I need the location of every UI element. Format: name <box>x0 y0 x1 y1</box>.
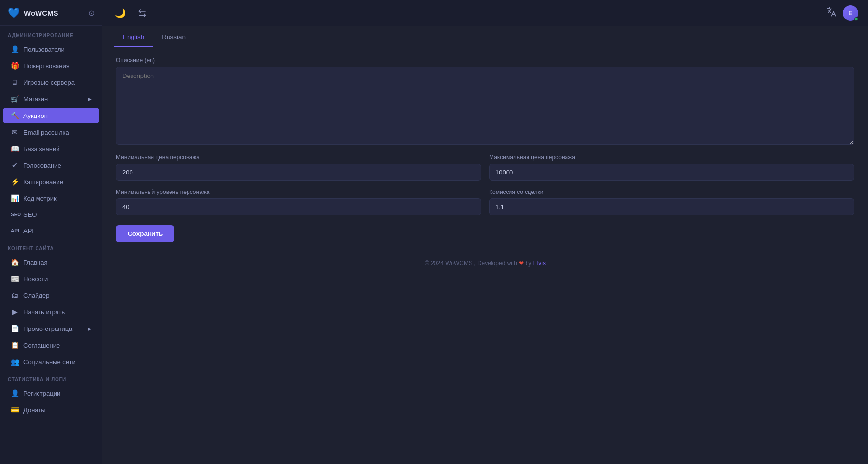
donations-icon: 🎁 <box>11 62 19 70</box>
sidebar-item-api[interactable]: API API <box>3 223 99 238</box>
sidebar-item-label: Пользователи <box>23 46 65 53</box>
shop-icon: 🛒 <box>11 95 19 103</box>
sidebar-item-label: Голосование <box>23 162 61 169</box>
translate-icon[interactable] <box>826 6 837 19</box>
sidebar-item-label: Донаты <box>23 406 46 414</box>
registrations-icon: 👤 <box>11 389 19 397</box>
min-price-label: Минимальная цена персонажа <box>116 154 481 161</box>
sidebar-item-promo[interactable]: 📄 Промо-страница ▶ <box>3 321 99 336</box>
user-avatar[interactable]: E <box>843 5 858 21</box>
sidebar-item-label: Магазин <box>23 96 48 103</box>
language-tabs: English Russian <box>114 26 856 47</box>
sidebar: 💙 WoWCMS ⊙ АДМИНИСТРИРОВАНИЕ 👤 Пользоват… <box>0 0 102 464</box>
commission-group: Комиссия со сделки <box>489 189 854 215</box>
sidebar-item-agreement[interactable]: 📋 Соглашение <box>3 337 99 353</box>
voting-icon: ✔ <box>11 161 19 169</box>
api-icon: API <box>11 228 19 233</box>
sidebar-item-label: Код метрик <box>23 195 57 202</box>
sidebar-item-home[interactable]: 🏠 Главная <box>3 254 99 270</box>
game-servers-icon: 🖥 <box>11 78 19 86</box>
max-price-group: Максимальная цена персонажа <box>489 154 854 181</box>
min-level-label: Минимальный уровень персонажа <box>116 189 481 195</box>
max-price-label: Максимальная цена персонажа <box>489 154 854 161</box>
section-label-admin: АДМИНИСТРИРОВАНИЕ <box>0 26 102 41</box>
sidebar-item-label: Регистрации <box>23 390 60 397</box>
main-content: English Russian Описание (en) Минимальна… <box>102 26 868 464</box>
slider-icon: 🗂 <box>11 291 19 299</box>
min-level-group: Минимальный уровень персонажа <box>116 189 481 215</box>
section-label-stats: СТАТИСТИКА И ЛОГИ <box>0 370 102 385</box>
commission-input[interactable] <box>489 198 854 215</box>
page-footer: © 2024 WoWCMS , Developed with ❤ by Elvi… <box>102 254 868 272</box>
online-indicator <box>854 17 858 21</box>
sidebar-item-voting[interactable]: ✔ Голосование <box>3 157 99 173</box>
promo-icon: 📄 <box>11 325 19 332</box>
logo-text: WoWCMS <box>24 9 58 17</box>
sidebar-item-label: Соглашение <box>23 342 60 349</box>
topbar: 🌙 E <box>102 0 868 26</box>
sidebar-item-label: Пожертвования <box>23 62 70 70</box>
cache-icon: ⚡ <box>11 178 19 186</box>
sidebar-item-email[interactable]: ✉ Email рассылка <box>3 124 99 140</box>
sidebar-item-play[interactable]: ▶ Начать играть <box>3 304 99 320</box>
commission-label: Комиссия со сделки <box>489 189 854 195</box>
sidebar-item-game-servers[interactable]: 🖥 Игровые сервера <box>3 75 99 90</box>
main-panel: 🌙 E English Russian Описание ( <box>102 0 868 464</box>
sidebar-item-donations[interactable]: 🎁 Пожертвования <box>3 58 99 74</box>
save-button[interactable]: Сохранить <box>116 225 174 242</box>
home-icon: 🏠 <box>11 258 19 266</box>
seo-icon: SEO <box>11 212 19 217</box>
price-row: Минимальная цена персонажа Максимальная … <box>116 154 854 181</box>
sidebar-item-knowledge[interactable]: 📖 База знаний <box>3 141 99 156</box>
sidebar-item-news[interactable]: 📰 Новости <box>3 271 99 287</box>
sidebar-item-metrics[interactable]: 📊 Код метрик <box>3 191 99 206</box>
sidebar-item-seo[interactable]: SEO SEO <box>3 207 99 222</box>
exchange-button[interactable] <box>134 6 150 20</box>
min-level-input[interactable] <box>116 198 481 215</box>
tab-english[interactable]: English <box>114 26 153 47</box>
max-price-input[interactable] <box>489 164 854 181</box>
sidebar-item-slider[interactable]: 🗂 Слайдер <box>3 288 99 303</box>
sidebar-item-cache[interactable]: ⚡ Кэширование <box>3 174 99 190</box>
users-icon: 👤 <box>11 45 19 53</box>
description-textarea[interactable] <box>116 67 854 145</box>
agreement-icon: 📋 <box>11 341 19 349</box>
sidebar-item-label: Аукцион <box>23 112 48 119</box>
knowledge-icon: 📖 <box>11 145 19 153</box>
sidebar-item-label: Начать играть <box>23 309 65 316</box>
sidebar-item-users[interactable]: 👤 Пользователи <box>3 41 99 57</box>
donates-icon: 💳 <box>11 406 19 414</box>
logo-icon: 💙 <box>8 7 20 19</box>
sidebar-item-donates[interactable]: 💳 Донаты <box>3 402 99 418</box>
footer-author-link[interactable]: Elvis <box>533 260 546 267</box>
dark-mode-button[interactable]: 🌙 <box>112 6 129 20</box>
level-commission-row: Минимальный уровень персонажа Комиссия с… <box>116 189 854 215</box>
sidebar-item-label: Кэширование <box>23 178 63 186</box>
metrics-icon: 📊 <box>11 194 19 202</box>
auction-icon: 🔨 <box>11 112 19 119</box>
description-label: Описание (en) <box>116 57 854 64</box>
min-price-input[interactable] <box>116 164 481 181</box>
sidebar-item-label: API <box>23 227 34 234</box>
logo-menu-button[interactable]: ⊙ <box>88 8 94 18</box>
sidebar-item-registrations[interactable]: 👤 Регистрации <box>3 386 99 401</box>
tab-russian[interactable]: Russian <box>153 26 194 47</box>
sidebar-item-label: Слайдер <box>23 292 50 299</box>
sidebar-item-label: Социальные сети <box>23 358 75 366</box>
footer-heart: ❤ <box>519 260 524 267</box>
section-label-content: КОНТЕНТ САЙТА <box>0 239 102 254</box>
sidebar-item-shop[interactable]: 🛒 Магазин ▶ <box>3 91 99 107</box>
sidebar-item-auction[interactable]: 🔨 Аукцион <box>3 108 99 123</box>
sidebar-item-label: Главная <box>23 259 47 266</box>
sidebar-item-label: База знаний <box>23 145 60 153</box>
sidebar-item-social[interactable]: 👥 Социальные сети <box>3 354 99 369</box>
sidebar-item-label: Новости <box>23 275 48 283</box>
footer-by: by <box>526 260 532 267</box>
news-icon: 📰 <box>11 275 19 283</box>
play-icon: ▶ <box>11 308 19 316</box>
sidebar-item-label: Email рассылка <box>23 129 69 136</box>
shop-arrow-icon: ▶ <box>88 97 92 102</box>
auction-form: Описание (en) Минимальная цена персонажа… <box>114 57 856 242</box>
sidebar-item-label: Игровые сервера <box>23 79 75 86</box>
social-icon: 👥 <box>11 358 19 366</box>
